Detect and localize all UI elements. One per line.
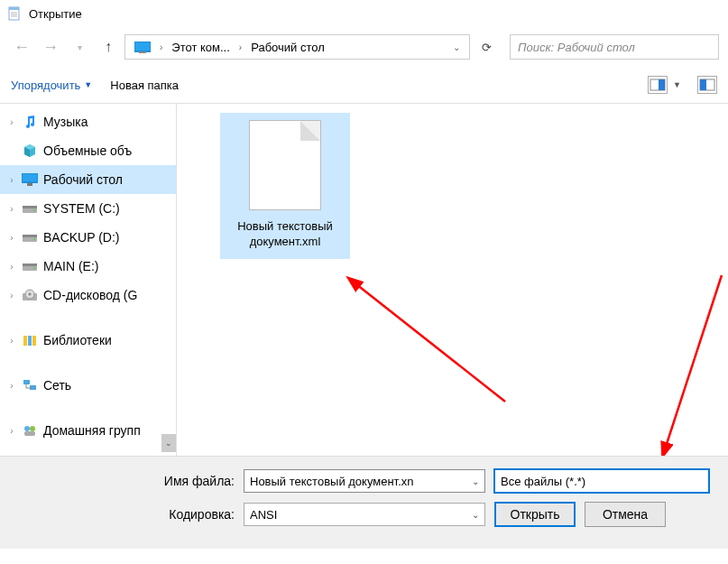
organize-button[interactable]: Упорядочить ▼ bbox=[11, 79, 92, 92]
notepad-icon bbox=[7, 6, 22, 21]
tree-label: CD-дисковод (G bbox=[43, 288, 137, 302]
file-list-pane[interactable]: Новый текстовый документ.xml bbox=[177, 104, 728, 456]
svg-rect-30 bbox=[23, 380, 30, 384]
chevron-right-icon[interactable]: › bbox=[7, 262, 16, 272]
search-placeholder: Поиск: Рабочий стол bbox=[518, 41, 635, 54]
chevron-down-icon: ▼ bbox=[84, 80, 92, 89]
forward-button[interactable]: → bbox=[38, 34, 63, 60]
chevron-right-icon[interactable]: › bbox=[158, 42, 164, 52]
search-input[interactable]: Поиск: Рабочий стол bbox=[510, 34, 719, 60]
tree-label: BACKUP (D:) bbox=[43, 230, 120, 245]
up-button[interactable]: ↑ bbox=[96, 34, 121, 60]
svg-rect-13 bbox=[23, 174, 37, 181]
preview-pane-button[interactable] bbox=[697, 76, 717, 94]
tree-label: MAIN (E:) bbox=[43, 259, 98, 273]
chevron-right-icon[interactable]: › bbox=[7, 175, 16, 185]
svg-rect-6 bbox=[135, 42, 150, 51]
tree-label: Музыка bbox=[43, 115, 88, 129]
svg-rect-22 bbox=[23, 264, 37, 266]
drive-icon bbox=[22, 200, 38, 217]
desktop-icon bbox=[22, 171, 38, 188]
tree-item-drive-e[interactable]: › MAIN (E:) bbox=[0, 252, 176, 281]
folder-tree[interactable]: › Музыка Объемные объ › Рабочий стол › bbox=[0, 104, 177, 456]
nav-bar: ← → ▾ ↑ › Этот ком... › Рабочий стол ⌄ ⟳… bbox=[0, 27, 728, 69]
svg-rect-16 bbox=[23, 206, 37, 208]
open-button[interactable]: Открыть bbox=[494, 502, 576, 527]
drive-icon bbox=[22, 229, 38, 245]
refresh-button[interactable]: ⟳ bbox=[474, 41, 499, 54]
tree-label: Домашняя групп bbox=[43, 423, 141, 438]
svg-rect-11 bbox=[700, 79, 706, 90]
svg-rect-7 bbox=[139, 51, 146, 53]
chevron-right-icon[interactable]: › bbox=[7, 233, 16, 243]
tree-item-homegroup[interactable]: › Домашняя групп bbox=[0, 416, 176, 445]
chevron-right-icon[interactable]: › bbox=[7, 381, 16, 391]
address-root-icon[interactable] bbox=[129, 39, 156, 55]
svg-point-26 bbox=[29, 293, 32, 296]
tree-item-music[interactable]: › Музыка bbox=[0, 107, 176, 136]
dialog-footer: Имя файла: Новый текстовый документ.xn ⌄… bbox=[0, 456, 728, 549]
view-mode-button[interactable] bbox=[648, 76, 668, 94]
breadcrumb-segment[interactable]: Рабочий стол bbox=[245, 39, 330, 56]
tree-item-drive-c[interactable]: › SYSTEM (C:) bbox=[0, 194, 176, 223]
svg-rect-28 bbox=[28, 336, 32, 346]
chevron-right-icon[interactable]: › bbox=[7, 426, 16, 436]
tree-label: Объемные объ bbox=[43, 143, 132, 158]
back-button[interactable]: ← bbox=[9, 34, 34, 60]
toolbar: Упорядочить ▼ Новая папка ▼ bbox=[0, 69, 728, 104]
address-bar[interactable]: › Этот ком... › Рабочий стол ⌄ bbox=[124, 34, 470, 60]
chevron-right-icon[interactable]: › bbox=[7, 204, 16, 214]
file-item[interactable]: Новый текстовый документ.xml bbox=[220, 113, 350, 259]
svg-point-20 bbox=[33, 238, 35, 240]
chevron-down-icon[interactable]: ⌄ bbox=[472, 476, 479, 486]
music-icon bbox=[22, 114, 38, 130]
tree-label: SYSTEM (C:) bbox=[43, 201, 120, 216]
filetype-select[interactable]: Все файлы (*.*) bbox=[494, 469, 709, 493]
cancel-button[interactable]: Отмена bbox=[585, 502, 666, 527]
svg-point-35 bbox=[30, 426, 35, 431]
cd-drive-icon bbox=[22, 287, 38, 303]
svg-rect-29 bbox=[32, 336, 36, 346]
tree-item-network[interactable]: › Сеть bbox=[0, 371, 176, 400]
encoding-select[interactable]: ANSI ⌄ bbox=[244, 503, 485, 526]
dialog-body: › Музыка Объемные объ › Рабочий стол › bbox=[0, 104, 728, 456]
tree-label: Рабочий стол bbox=[43, 172, 123, 187]
recent-dropdown[interactable]: ▾ bbox=[67, 34, 92, 60]
chevron-right-icon[interactable]: › bbox=[7, 336, 16, 346]
svg-rect-14 bbox=[27, 183, 32, 186]
libraries-icon bbox=[22, 332, 38, 348]
homegroup-icon bbox=[22, 422, 38, 439]
chevron-down-icon[interactable]: ▼ bbox=[673, 80, 681, 89]
tree-item-desktop[interactable]: › Рабочий стол bbox=[0, 165, 176, 194]
breadcrumb-segment[interactable]: Этот ком... bbox=[166, 39, 235, 56]
svg-rect-9 bbox=[659, 79, 665, 90]
file-name-label: Новый текстовый документ.xml bbox=[226, 219, 345, 250]
document-icon bbox=[249, 120, 321, 210]
chevron-down-icon[interactable]: ⌄ bbox=[472, 510, 479, 520]
tree-item-3d-objects[interactable]: Объемные объ bbox=[0, 136, 176, 165]
new-folder-button[interactable]: Новая папка bbox=[110, 79, 179, 92]
svg-rect-36 bbox=[24, 431, 35, 436]
svg-point-34 bbox=[24, 426, 30, 431]
chevron-right-icon[interactable]: › bbox=[237, 42, 244, 52]
tree-label: Библиотеки bbox=[43, 333, 112, 347]
cube-icon bbox=[22, 143, 38, 159]
svg-point-17 bbox=[33, 209, 35, 211]
tree-label: Сеть bbox=[43, 378, 71, 393]
chevron-right-icon[interactable]: › bbox=[7, 291, 16, 300]
address-dropdown[interactable]: ⌄ bbox=[447, 42, 465, 52]
tree-item-libraries[interactable]: › Библиотеки bbox=[0, 326, 176, 355]
svg-rect-19 bbox=[23, 235, 37, 237]
filename-input[interactable]: Новый текстовый документ.xn ⌄ bbox=[244, 469, 485, 493]
network-icon bbox=[22, 377, 38, 393]
svg-point-23 bbox=[33, 267, 35, 269]
chevron-right-icon[interactable]: › bbox=[7, 117, 16, 127]
title-bar: Открытие bbox=[0, 0, 728, 27]
tree-item-drive-d[interactable]: › BACKUP (D:) bbox=[0, 223, 176, 252]
scrollbar-thumb[interactable]: ⌄ bbox=[161, 434, 176, 452]
svg-rect-1 bbox=[9, 7, 19, 10]
tree-item-cd-drive[interactable]: › CD-дисковод (G bbox=[0, 281, 176, 310]
filename-label: Имя файла: bbox=[9, 474, 235, 488]
drive-icon bbox=[22, 258, 38, 274]
encoding-label: Кодировка: bbox=[9, 507, 235, 522]
